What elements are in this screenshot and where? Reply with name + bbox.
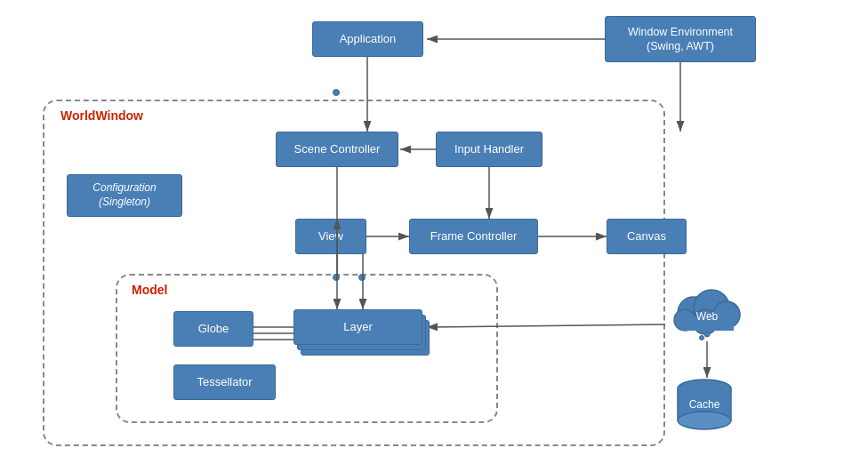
application-box: Application [312, 21, 423, 57]
worldwindow-label: WorldWindow [60, 108, 143, 123]
web-cloud: Web [663, 279, 751, 341]
input-handler-box: Input Handler [436, 132, 542, 167]
svg-text:Cache: Cache [689, 398, 720, 411]
model-label: Model [132, 283, 167, 297]
configuration-box: Configuration(Singleton) [67, 174, 182, 217]
window-env-box: Window Environment(Swing, AWT) [605, 16, 756, 62]
dot-layer [358, 274, 366, 281]
canvas-box: Canvas [607, 219, 687, 254]
svg-point-7 [704, 332, 710, 337]
dot-scene [333, 89, 340, 96]
cache-cylinder: Cache [669, 378, 740, 431]
tessellator-box: Tessellator [173, 364, 276, 400]
dot-view [333, 274, 340, 281]
svg-point-8 [700, 336, 704, 340]
frame-controller-box: Frame Controller [409, 219, 538, 254]
architecture-diagram: WorldWindow Model Application Window Env… [0, 0, 868, 464]
svg-text:Web: Web [696, 310, 719, 323]
svg-point-11 [678, 412, 731, 429]
scene-controller-box: Scene Controller [276, 132, 398, 167]
globe-box: Globe [173, 311, 253, 347]
layer-box-1: Layer [293, 309, 422, 345]
view-box: View [295, 219, 366, 254]
